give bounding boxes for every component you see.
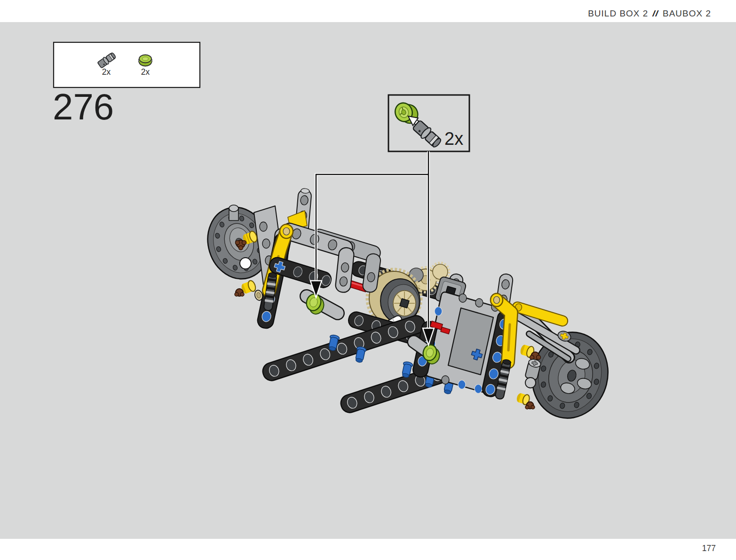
page-number: 177: [702, 544, 716, 553]
page-canvas: BUILD BOX 2//BAUBOX 2 2x 2x 276: [0, 0, 736, 560]
parts-box: 2x 2x: [54, 42, 200, 87]
part-count-label: 2x: [102, 67, 111, 77]
callout-count-label: 2x: [444, 129, 463, 149]
brown-axle-connector: [235, 289, 244, 296]
callout-box: 2x: [388, 95, 469, 151]
instruction-page: BUILD BOX 2//BAUBOX 2 2x 2x 276: [0, 0, 736, 560]
step-number: 276: [53, 86, 114, 127]
lime-half-bush-icon: [139, 55, 152, 66]
part-count-label: 2x: [141, 67, 150, 77]
page-header: BUILD BOX 2//BAUBOX 2: [588, 8, 711, 18]
